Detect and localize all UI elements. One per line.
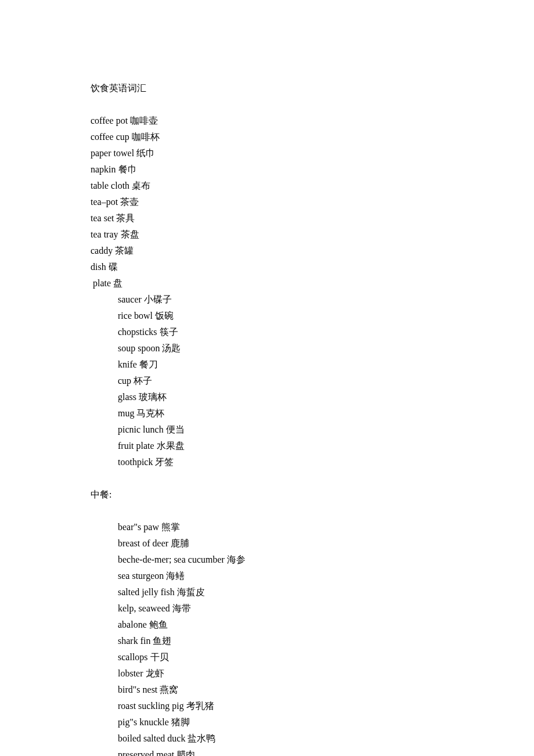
vocabulary-item: napkin 餐巾: [91, 161, 534, 178]
document-title: 饮食英语词汇: [91, 80, 534, 96]
vocabulary-item: kelp, seaweed 海带: [91, 600, 534, 617]
vocabulary-item: beche-de-mer; sea cucumber 海参: [91, 552, 534, 568]
vocabulary-item: knife 餐刀: [91, 357, 534, 373]
vocabulary-item: table cloth 桌布: [91, 178, 534, 194]
vocabulary-item: coffee cup 咖啡杯: [91, 129, 534, 145]
vocabulary-item: plate 盘: [91, 275, 534, 291]
vocabulary-item: chopsticks 筷子: [91, 324, 534, 340]
section-tableware: coffee pot 咖啡壶coffee cup 咖啡杯paper towel …: [91, 113, 534, 275]
vocabulary-item: breast of deer 鹿脯: [91, 535, 534, 552]
vocabulary-item: rice bowl 饭碗: [91, 308, 534, 324]
vocabulary-item: lobster 龙虾: [91, 665, 534, 682]
vocabulary-item: fruit plate 水果盘: [91, 438, 534, 454]
vocabulary-item: shark fin 鱼翅: [91, 633, 534, 649]
vocabulary-item: boiled salted duck 盐水鸭: [91, 730, 534, 747]
vocabulary-item: mug 马克杯: [91, 405, 534, 422]
vocabulary-item: bear"s paw 熊掌: [91, 519, 534, 535]
vocabulary-item: scallops 干贝: [91, 649, 534, 665]
section-header: 中餐:: [91, 487, 534, 503]
vocabulary-item: saucer 小碟子: [91, 291, 534, 308]
vocabulary-item: sea sturgeon 海鳝: [91, 568, 534, 584]
vocabulary-item: dish 碟: [91, 259, 534, 275]
vocabulary-item: cup 杯子: [91, 373, 534, 389]
vocabulary-item: salted jelly fish 海蜇皮: [91, 584, 534, 600]
vocabulary-item: coffee pot 咖啡壶: [91, 113, 534, 129]
vocabulary-item: toothpick 牙签: [91, 454, 534, 470]
vocabulary-item: roast suckling pig 考乳猪: [91, 698, 534, 714]
section-chinese-food: bear"s paw 熊掌breast of deer 鹿脯beche-de-m…: [91, 519, 534, 756]
vocabulary-item: tea tray 茶盘: [91, 226, 534, 243]
vocabulary-item: tea set 茶具: [91, 210, 534, 226]
section-tableware-indented: saucer 小碟子rice bowl 饭碗chopsticks 筷子soup …: [91, 291, 534, 470]
vocabulary-item: tea–pot 茶壶: [91, 194, 534, 210]
vocabulary-item: picnic lunch 便当: [91, 422, 534, 438]
vocabulary-item: glass 玻璃杯: [91, 389, 534, 405]
vocabulary-item: soup spoon 汤匙: [91, 340, 534, 357]
vocabulary-item: paper towel 纸巾: [91, 145, 534, 161]
vocabulary-item: caddy 茶罐: [91, 243, 534, 259]
vocabulary-item: abalone 鲍鱼: [91, 617, 534, 633]
vocabulary-item: pig"s knuckle 猪脚: [91, 714, 534, 730]
vocabulary-item: preserved meat 腊肉: [91, 747, 534, 756]
document-page: 饮食英语词汇 coffee pot 咖啡壶coffee cup 咖啡杯paper…: [0, 0, 534, 756]
vocabulary-item: bird"s nest 燕窝: [91, 682, 534, 698]
